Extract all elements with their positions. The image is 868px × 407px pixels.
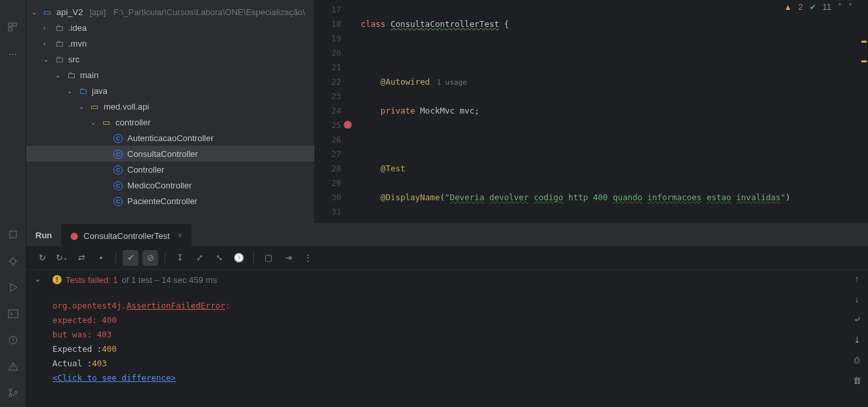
trash-icon[interactable]: 🗑 <box>853 375 861 385</box>
svg-rect-1 <box>13 23 16 26</box>
tree-item[interactable]: CAutenticacaoController <box>26 130 314 146</box>
run-icon[interactable] <box>0 278 26 297</box>
bottom-rail-group <box>0 226 26 402</box>
svg-rect-0 <box>9 23 12 26</box>
svg-rect-2 <box>9 28 12 31</box>
tree-item[interactable]: CController <box>26 161 314 177</box>
run-tab-label[interactable]: Run <box>26 224 61 246</box>
print-icon[interactable]: ⎙ <box>854 355 859 365</box>
main-column: ⌄ ▭ api_V2 [api] F:\_Particular\Cursos\L… <box>26 0 868 407</box>
warnings-icon[interactable] <box>0 357 26 375</box>
run-body: ⌄ ! Tests failed: 1 of 1 test – 14 sec 4… <box>26 270 868 407</box>
svg-point-6 <box>9 389 12 391</box>
soft-wrap-icon[interactable]: ⤶ <box>854 314 861 324</box>
tree-item[interactable]: ⌄🗀java <box>26 83 314 98</box>
rerun-icon[interactable]: ↻ <box>34 250 50 266</box>
svg-point-7 <box>9 394 12 396</box>
test-fail-icon: ⬤ <box>70 232 78 240</box>
run-label: Run <box>35 230 52 240</box>
tree-root-path: F:\_Particular\Cursos\Labora\ONE\Especia… <box>114 7 305 17</box>
fail-rest: of 1 test – 14 sec 459 ms <box>122 275 217 285</box>
scroll-end-icon[interactable]: ⤓ <box>854 335 861 345</box>
run-tabs: Run ⬤ ConsultaControllerTest × <box>26 224 868 246</box>
tree-item[interactable]: ⌄▭controller <box>26 114 314 130</box>
tree-item[interactable]: CPacienteController <box>26 193 314 209</box>
upper-split: ⌄ ▭ api_V2 [api] F:\_Particular\Cursos\L… <box>26 0 868 223</box>
svg-point-3 <box>10 259 16 264</box>
expand-icon[interactable]: ⤢ <box>192 250 207 266</box>
collapse-icon[interactable]: ⤡ <box>211 250 227 266</box>
more-icon[interactable]: ⋯ <box>0 45 26 63</box>
tree-root-label: api_V2 <box>56 7 83 17</box>
left-tool-rail: ⋯ <box>0 0 26 407</box>
editor-error-stripe[interactable] <box>860 0 868 223</box>
tree-item[interactable]: ⌄▭med.voll.api <box>26 98 314 114</box>
svg-rect-4 <box>9 310 18 318</box>
fail-badge-icon: ! <box>52 275 62 284</box>
project-tree-scroll[interactable]: ⌄ ▭ api_V2 [api] F:\_Particular\Cursos\L… <box>26 0 314 223</box>
tree-item[interactable]: ›🗀.mvn <box>26 35 314 51</box>
rerun-failed-icon[interactable]: ↻₊ <box>54 250 70 266</box>
warning-count: 2 <box>798 3 803 12</box>
up-arrow-icon[interactable]: ↑ <box>855 274 859 284</box>
run-toolbar: ↻ ↻₊ ⇄ ▪ ✔ ⊘ ↧ ⤢ ⤡ 🕓 ▢ ⇥ ⋮ <box>26 246 868 270</box>
tree-item[interactable]: CMedicoController <box>26 177 314 193</box>
down-arrow-icon[interactable]: ↓ <box>855 294 859 304</box>
vcs-icon[interactable] <box>0 383 26 402</box>
history-icon[interactable]: 🕓 <box>231 250 247 266</box>
tree-item[interactable]: ⌄🗀src <box>26 51 314 67</box>
problems-icon[interactable] <box>0 331 26 349</box>
chevron-down-icon: ⌄ <box>31 9 38 16</box>
run-content[interactable]: ! Tests failed: 1 of 1 test – 14 sec 459… <box>49 270 846 407</box>
sort-icon[interactable]: ↧ <box>172 250 188 266</box>
chevron-up-icon[interactable]: ˄ <box>838 3 842 12</box>
run-tab-file-label: ConsultaControllerTest <box>83 231 170 241</box>
tree-item[interactable]: ⌄🗀main <box>26 67 314 83</box>
tree-item[interactable]: ›🗀.idea <box>26 20 314 35</box>
structure-icon[interactable] <box>0 18 26 37</box>
code-area[interactable]: class ConsultaControllerTest { @Autowire… <box>345 0 868 223</box>
debug-icon[interactable] <box>0 252 26 270</box>
screenshot-icon[interactable]: ▢ <box>260 250 276 266</box>
editor-pane[interactable]: 17 18 19 20 21 22 23 24 25 26 27 28 29 3… <box>315 0 868 223</box>
close-icon[interactable]: × <box>178 231 182 240</box>
run-left-gutter: ⌄ <box>26 270 49 407</box>
tree-root[interactable]: ⌄ ▭ api_V2 [api] F:\_Particular\Cursos\L… <box>26 4 314 20</box>
fail-text: Tests failed: 1 <box>66 275 118 285</box>
chevron-down-icon[interactable]: ˅ <box>848 3 852 12</box>
chevron-down-icon[interactable]: ⌄ <box>34 274 41 284</box>
svg-point-8 <box>14 391 17 394</box>
stop-icon[interactable]: ▪ <box>93 250 109 266</box>
check-icon: ✔ <box>810 3 816 12</box>
gutter-breakpoint-icon[interactable] <box>344 121 352 129</box>
more-options-icon[interactable]: ⋮ <box>300 250 316 266</box>
run-panel: Run ⬤ ConsultaControllerTest × ↻ ↻₊ ⇄ ▪ … <box>26 223 868 407</box>
pass-count: 11 <box>823 3 831 12</box>
show-passed-icon[interactable]: ✔ <box>123 250 138 266</box>
show-ignored-icon[interactable]: ⊘ <box>142 250 158 266</box>
console-output[interactable]: org.opentest4j.AssertionFailedError: exp… <box>52 299 846 385</box>
inspection-badges[interactable]: ▲2 ✔11 ˄ ˅ <box>784 3 852 12</box>
editor-gutter: 17 18 19 20 21 22 23 24 25 26 27 28 29 3… <box>315 0 345 223</box>
tree-root-suffix: [api] <box>89 7 106 17</box>
module-icon: ▭ <box>42 7 52 17</box>
toggle-auto-icon[interactable]: ⇄ <box>73 250 89 266</box>
terminal-icon[interactable] <box>0 305 26 323</box>
import-icon[interactable]: ⇥ <box>280 250 296 266</box>
bookmarks-icon[interactable] <box>0 226 26 244</box>
project-tree[interactable]: ⌄ ▭ api_V2 [api] F:\_Particular\Cursos\L… <box>26 0 315 223</box>
run-tab-file[interactable]: ⬤ ConsultaControllerTest × <box>61 224 192 246</box>
see-difference-link[interactable]: <Click to see difference> <box>52 373 176 383</box>
tree-item[interactable]: CConsultaController <box>26 146 314 161</box>
test-status-line: ! Tests failed: 1 of 1 test – 14 sec 459… <box>52 272 846 287</box>
run-right-gutter: ↑ ↓ ⤶ ⤓ ⎙ 🗑 <box>846 270 868 407</box>
warning-icon: ▲ <box>784 3 792 12</box>
